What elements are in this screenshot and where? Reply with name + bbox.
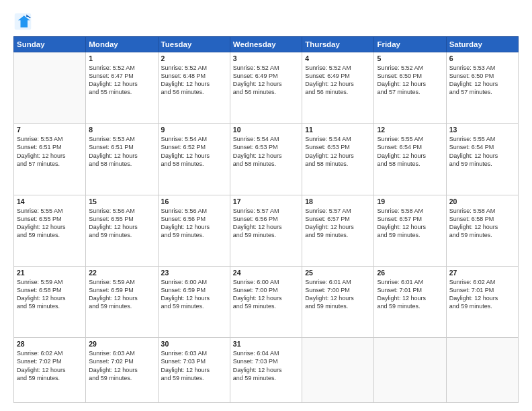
day-number: 11 <box>305 126 371 134</box>
day-info: Sunrise: 6:00 AM Sunset: 6:59 PM Dayligh… <box>161 278 227 311</box>
day-number: 6 <box>449 54 515 62</box>
calendar-header-row: SundayMondayTuesdayWednesdayThursdayFrid… <box>14 37 519 52</box>
day-info: Sunrise: 5:56 AM Sunset: 6:55 PM Dayligh… <box>89 207 154 240</box>
day-number: 29 <box>89 340 154 348</box>
calendar-cell <box>446 338 518 403</box>
calendar-cell: 16Sunrise: 5:56 AM Sunset: 6:56 PM Dayli… <box>158 195 230 266</box>
day-info: Sunrise: 5:54 AM Sunset: 6:52 PM Dayligh… <box>161 135 227 168</box>
calendar-cell: 9Sunrise: 5:54 AM Sunset: 6:52 PM Daylig… <box>158 124 230 195</box>
calendar-cell: 31Sunrise: 6:04 AM Sunset: 7:03 PM Dayli… <box>230 338 302 403</box>
day-info: Sunrise: 6:03 AM Sunset: 7:03 PM Dayligh… <box>161 349 227 382</box>
calendar-cell: 13Sunrise: 5:55 AM Sunset: 6:54 PM Dayli… <box>446 124 518 195</box>
day-number: 19 <box>377 197 443 205</box>
day-number: 17 <box>233 197 299 205</box>
day-number: 10 <box>233 126 299 134</box>
day-info: Sunrise: 6:01 AM Sunset: 7:00 PM Dayligh… <box>305 278 371 311</box>
day-info: Sunrise: 5:57 AM Sunset: 6:56 PM Dayligh… <box>233 207 299 240</box>
day-info: Sunrise: 5:52 AM Sunset: 6:50 PM Dayligh… <box>377 64 443 97</box>
calendar-week-1: 1Sunrise: 5:52 AM Sunset: 6:47 PM Daylig… <box>14 52 519 124</box>
calendar-header-tuesday: Tuesday <box>158 37 230 52</box>
calendar-cell: 27Sunrise: 6:02 AM Sunset: 7:01 PM Dayli… <box>446 266 518 337</box>
day-number: 7 <box>17 126 83 134</box>
calendar-cell: 26Sunrise: 6:01 AM Sunset: 7:01 PM Dayli… <box>374 266 446 337</box>
day-number: 8 <box>89 126 154 134</box>
calendar-week-4: 21Sunrise: 5:59 AM Sunset: 6:58 PM Dayli… <box>14 266 519 337</box>
calendar-week-2: 7Sunrise: 5:53 AM Sunset: 6:51 PM Daylig… <box>14 124 519 195</box>
day-info: Sunrise: 5:52 AM Sunset: 6:48 PM Dayligh… <box>161 64 227 97</box>
calendar-cell: 17Sunrise: 5:57 AM Sunset: 6:56 PM Dayli… <box>230 195 302 266</box>
calendar-header-friday: Friday <box>374 37 446 52</box>
day-number: 2 <box>161 54 227 62</box>
calendar-cell: 22Sunrise: 5:59 AM Sunset: 6:59 PM Dayli… <box>86 266 158 337</box>
day-info: Sunrise: 6:04 AM Sunset: 7:03 PM Dayligh… <box>233 349 299 382</box>
day-number: 1 <box>89 54 154 62</box>
calendar-cell: 10Sunrise: 5:54 AM Sunset: 6:53 PM Dayli… <box>230 124 302 195</box>
day-info: Sunrise: 5:58 AM Sunset: 6:58 PM Dayligh… <box>449 207 515 240</box>
calendar-header-thursday: Thursday <box>302 37 374 52</box>
calendar-table: SundayMondayTuesdayWednesdayThursdayFrid… <box>13 36 519 403</box>
header <box>13 12 519 31</box>
day-info: Sunrise: 5:55 AM Sunset: 6:55 PM Dayligh… <box>17 207 83 240</box>
calendar-cell: 8Sunrise: 5:53 AM Sunset: 6:51 PM Daylig… <box>86 124 158 195</box>
day-number: 28 <box>17 340 83 348</box>
day-info: Sunrise: 6:03 AM Sunset: 7:02 PM Dayligh… <box>89 349 154 382</box>
calendar-cell: 14Sunrise: 5:55 AM Sunset: 6:55 PM Dayli… <box>14 195 86 266</box>
day-number: 27 <box>449 269 515 277</box>
day-info: Sunrise: 5:52 AM Sunset: 6:47 PM Dayligh… <box>89 64 154 97</box>
calendar-cell: 11Sunrise: 5:54 AM Sunset: 6:53 PM Dayli… <box>302 124 374 195</box>
day-number: 16 <box>161 197 227 205</box>
calendar-header-saturday: Saturday <box>446 37 518 52</box>
calendar-cell: 29Sunrise: 6:03 AM Sunset: 7:02 PM Dayli… <box>86 338 158 403</box>
day-number: 18 <box>305 197 371 205</box>
calendar-cell <box>302 338 374 403</box>
calendar-cell: 5Sunrise: 5:52 AM Sunset: 6:50 PM Daylig… <box>374 52 446 124</box>
calendar-cell: 24Sunrise: 6:00 AM Sunset: 7:00 PM Dayli… <box>230 266 302 337</box>
day-info: Sunrise: 5:53 AM Sunset: 6:51 PM Dayligh… <box>17 135 83 168</box>
day-number: 13 <box>449 126 515 134</box>
calendar-cell: 23Sunrise: 6:00 AM Sunset: 6:59 PM Dayli… <box>158 266 230 337</box>
calendar-week-3: 14Sunrise: 5:55 AM Sunset: 6:55 PM Dayli… <box>14 195 519 266</box>
day-number: 25 <box>305 269 371 277</box>
day-info: Sunrise: 5:52 AM Sunset: 6:49 PM Dayligh… <box>305 64 371 97</box>
day-number: 15 <box>89 197 154 205</box>
calendar-week-5: 28Sunrise: 6:02 AM Sunset: 7:02 PM Dayli… <box>14 338 519 403</box>
day-number: 21 <box>17 269 83 277</box>
day-info: Sunrise: 6:02 AM Sunset: 7:01 PM Dayligh… <box>449 278 515 311</box>
day-number: 4 <box>305 54 371 62</box>
day-number: 5 <box>377 54 443 62</box>
calendar-cell: 1Sunrise: 5:52 AM Sunset: 6:47 PM Daylig… <box>86 52 158 124</box>
calendar-cell: 30Sunrise: 6:03 AM Sunset: 7:03 PM Dayli… <box>158 338 230 403</box>
calendar-cell: 12Sunrise: 5:55 AM Sunset: 6:54 PM Dayli… <box>374 124 446 195</box>
day-info: Sunrise: 5:59 AM Sunset: 6:59 PM Dayligh… <box>89 278 154 311</box>
calendar-cell: 7Sunrise: 5:53 AM Sunset: 6:51 PM Daylig… <box>14 124 86 195</box>
day-info: Sunrise: 5:58 AM Sunset: 6:57 PM Dayligh… <box>377 207 443 240</box>
day-number: 30 <box>161 340 227 348</box>
day-info: Sunrise: 5:53 AM Sunset: 6:51 PM Dayligh… <box>89 135 154 168</box>
day-info: Sunrise: 5:55 AM Sunset: 6:54 PM Dayligh… <box>449 135 515 168</box>
calendar-cell: 4Sunrise: 5:52 AM Sunset: 6:49 PM Daylig… <box>302 52 374 124</box>
logo <box>13 12 36 31</box>
calendar-cell: 19Sunrise: 5:58 AM Sunset: 6:57 PM Dayli… <box>374 195 446 266</box>
day-number: 9 <box>161 126 227 134</box>
day-number: 23 <box>161 269 227 277</box>
calendar-cell <box>14 52 86 124</box>
day-info: Sunrise: 5:54 AM Sunset: 6:53 PM Dayligh… <box>233 135 299 168</box>
day-info: Sunrise: 6:02 AM Sunset: 7:02 PM Dayligh… <box>17 349 83 382</box>
day-info: Sunrise: 6:00 AM Sunset: 7:00 PM Dayligh… <box>233 278 299 311</box>
calendar-cell <box>374 338 446 403</box>
day-info: Sunrise: 5:54 AM Sunset: 6:53 PM Dayligh… <box>305 135 371 168</box>
calendar-cell: 25Sunrise: 6:01 AM Sunset: 7:00 PM Dayli… <box>302 266 374 337</box>
calendar-header-sunday: Sunday <box>14 37 86 52</box>
day-info: Sunrise: 5:57 AM Sunset: 6:57 PM Dayligh… <box>305 207 371 240</box>
day-info: Sunrise: 5:56 AM Sunset: 6:56 PM Dayligh… <box>161 207 227 240</box>
day-number: 31 <box>233 340 299 348</box>
calendar-cell: 6Sunrise: 5:53 AM Sunset: 6:50 PM Daylig… <box>446 52 518 124</box>
day-number: 24 <box>233 269 299 277</box>
day-info: Sunrise: 5:52 AM Sunset: 6:49 PM Dayligh… <box>233 64 299 97</box>
day-info: Sunrise: 6:01 AM Sunset: 7:01 PM Dayligh… <box>377 278 443 311</box>
day-number: 22 <box>89 269 154 277</box>
calendar-header-wednesday: Wednesday <box>230 37 302 52</box>
calendar-cell: 21Sunrise: 5:59 AM Sunset: 6:58 PM Dayli… <box>14 266 86 337</box>
day-number: 3 <box>233 54 299 62</box>
day-info: Sunrise: 5:53 AM Sunset: 6:50 PM Dayligh… <box>449 64 515 97</box>
